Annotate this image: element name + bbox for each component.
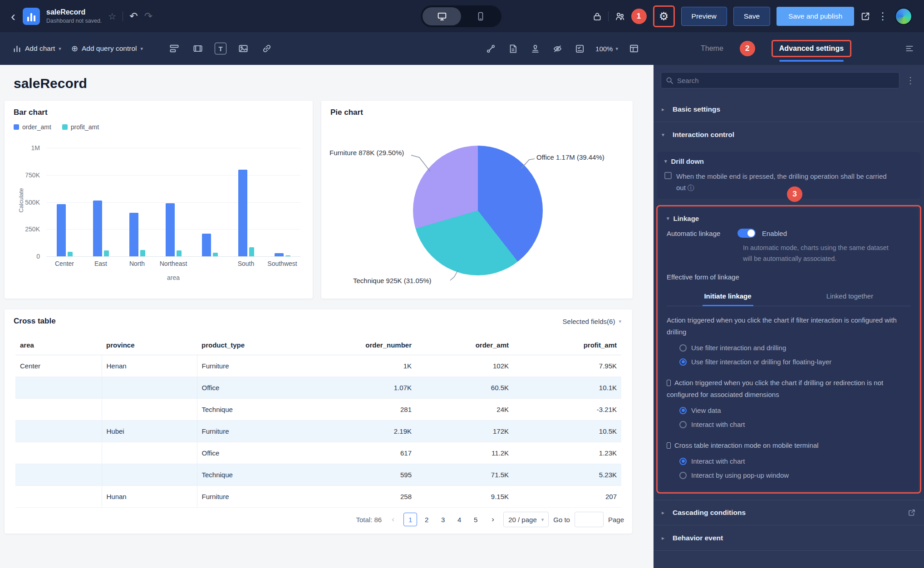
lock-icon[interactable] — [593, 12, 602, 21]
table-cell[interactable] — [102, 398, 197, 420]
add-chart-button[interactable]: Add chart ▾ — [13, 44, 61, 53]
table-cell[interactable]: 10.5K — [513, 420, 621, 442]
radio-option[interactable]: Interact with chart — [667, 417, 911, 431]
column-header[interactable]: product_type — [197, 336, 292, 355]
bar[interactable] — [202, 234, 211, 256]
table-cell[interactable]: 281 — [292, 398, 416, 420]
text-icon[interactable]: T — [215, 43, 226, 54]
bar[interactable] — [140, 250, 145, 256]
bar[interactable] — [93, 201, 102, 256]
bar[interactable] — [104, 250, 109, 256]
cross-table-card[interactable]: Cross table Selected fields(6) ▾ areapro… — [5, 309, 632, 534]
radio-option[interactable]: View data — [667, 403, 911, 417]
pie-chart-card[interactable]: Pie chart Furniture 878K (29.50%) Office… — [321, 101, 633, 299]
table-cell[interactable]: Hubei — [102, 420, 197, 442]
prev-page-icon[interactable]: ‹ — [387, 515, 399, 524]
gear-icon[interactable]: ⚙ — [659, 11, 669, 22]
radio-option[interactable]: Interact by using pop-up window — [667, 468, 911, 482]
table-cell[interactable] — [15, 398, 102, 420]
table-cell[interactable]: Furniture — [197, 420, 292, 442]
radio-option[interactable]: Interact with chart — [667, 454, 911, 468]
stamp-icon[interactable] — [529, 42, 542, 55]
table-cell[interactable]: Henan — [102, 355, 197, 377]
favorite-icon[interactable]: ☆ — [108, 11, 116, 22]
table-cell[interactable]: Technique — [197, 464, 292, 485]
table-cell[interactable]: 10.1K — [513, 377, 621, 398]
bar[interactable] — [213, 253, 218, 256]
table-cell[interactable]: Office — [197, 377, 292, 398]
relation-icon[interactable] — [484, 42, 497, 55]
table-cell[interactable] — [15, 464, 102, 485]
bar[interactable] — [249, 247, 254, 256]
table-cell[interactable]: 2.19K — [292, 420, 416, 442]
table-cell[interactable]: 7.95K — [513, 355, 621, 377]
export-icon[interactable] — [860, 11, 870, 21]
avatar[interactable] — [895, 8, 912, 25]
table-cell[interactable]: 60.5K — [416, 377, 513, 398]
table-cell[interactable]: 258 — [292, 485, 416, 507]
page-button[interactable]: 2 — [420, 513, 433, 526]
radio-option[interactable]: Use filter interaction or drilling for f… — [667, 355, 911, 369]
pie-chart[interactable] — [413, 146, 543, 275]
table-cell[interactable] — [15, 442, 102, 464]
pane-icon[interactable] — [627, 42, 641, 55]
search-input[interactable] — [677, 77, 895, 84]
back-icon[interactable]: ‹ — [10, 10, 16, 23]
panel-list-icon[interactable] — [903, 44, 916, 53]
page-button[interactable]: 5 — [469, 513, 482, 526]
page-button[interactable]: 3 — [436, 513, 450, 526]
table-cell[interactable]: 1.07K — [292, 377, 416, 398]
table-cell[interactable]: Technique — [197, 398, 292, 420]
section-interaction-control[interactable]: ▾ Interaction control — [654, 122, 924, 147]
table-cell[interactable]: 24K — [416, 398, 513, 420]
table-cell[interactable]: 617 — [292, 442, 416, 464]
column-header[interactable]: order_amt — [416, 336, 513, 355]
tab-linked-together[interactable]: Linked together — [789, 287, 911, 306]
table-cell[interactable]: Furniture — [197, 485, 292, 507]
table-cell[interactable]: Furniture — [197, 355, 292, 377]
save-button[interactable]: Save — [733, 7, 770, 26]
layout-icon[interactable] — [167, 42, 181, 55]
table-cell[interactable]: Office — [197, 442, 292, 464]
document-icon[interactable] — [506, 42, 520, 55]
collaboration-icon[interactable] — [615, 11, 625, 21]
info-icon[interactable]: ⓘ — [688, 184, 694, 191]
bar[interactable] — [177, 250, 182, 256]
table-cell[interactable] — [15, 420, 102, 442]
table-cell[interactable]: 9.15K — [416, 485, 513, 507]
column-header[interactable]: order_number — [292, 336, 416, 355]
table-cell[interactable]: 1.23K — [513, 442, 621, 464]
desktop-view-toggle[interactable] — [423, 7, 461, 25]
tab-advanced-settings[interactable]: Advanced settings — [779, 44, 844, 52]
table-cell[interactable]: 11.2K — [416, 442, 513, 464]
column-header[interactable]: area — [15, 336, 102, 355]
section-cascading-conditions[interactable]: ▸ Cascading conditions — [654, 500, 924, 525]
bar[interactable] — [166, 203, 175, 256]
column-header[interactable]: province — [102, 336, 197, 355]
redo-icon[interactable]: ↷ — [144, 10, 152, 22]
automatic-linkage-toggle[interactable] — [737, 229, 756, 238]
table-cell[interactable]: 102K — [416, 355, 513, 377]
preview-off-icon[interactable] — [551, 42, 564, 55]
table-cell[interactable]: Center — [15, 355, 102, 377]
save-publish-button[interactable]: Save and publish — [777, 7, 854, 26]
add-query-control-button[interactable]: ⊕ Add query control ▾ — [71, 44, 143, 54]
tab-theme[interactable]: Theme — [701, 44, 723, 53]
table-cell[interactable] — [102, 464, 197, 485]
section-behavior-event[interactable]: ▸ Behavior event — [654, 525, 924, 551]
table-cell[interactable]: -3.21K — [513, 398, 621, 420]
bar[interactable] — [129, 213, 138, 256]
column-header[interactable]: profit_amt — [513, 336, 621, 355]
page-button[interactable]: 4 — [452, 513, 466, 526]
table-cell[interactable]: Hunan — [102, 485, 197, 507]
tab-initiate-linkage[interactable]: Initiate linkage — [667, 287, 789, 306]
checklist-icon[interactable] — [573, 42, 586, 55]
bar-chart-card[interactable]: Bar chart order_amtprofit_amt Calculate … — [5, 101, 313, 299]
goto-page-input[interactable] — [575, 512, 604, 527]
bar[interactable] — [68, 252, 73, 256]
bar[interactable] — [238, 170, 247, 256]
mobile-view-toggle[interactable] — [461, 7, 500, 25]
legend-item[interactable]: profit_amt — [62, 123, 99, 131]
table-cell[interactable] — [102, 377, 197, 398]
bar[interactable] — [57, 204, 66, 256]
